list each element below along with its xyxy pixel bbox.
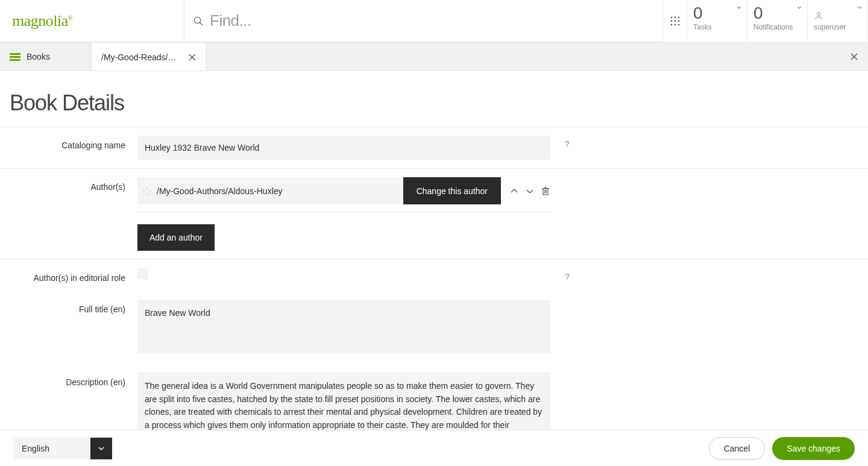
trash-icon[interactable] xyxy=(541,186,550,196)
app-header: magnolia® 0 Tasks 0 Notifications superu… xyxy=(0,0,868,43)
author-path-field[interactable]: /My-Good-Authors/Aldous-Huxley xyxy=(137,177,403,204)
cataloging-name-input[interactable] xyxy=(137,136,550,160)
author-entry: /My-Good-Authors/Aldous-Huxley Change th… xyxy=(137,177,550,204)
cancel-button[interactable]: Cancel xyxy=(709,437,766,460)
close-icon[interactable] xyxy=(188,53,197,61)
help-icon[interactable]: ? xyxy=(550,136,580,160)
svg-line-1 xyxy=(200,22,203,25)
user-label: superuser xyxy=(814,23,861,31)
tab-books[interactable]: Books xyxy=(0,43,92,71)
svg-rect-12 xyxy=(10,53,20,55)
author-actions xyxy=(509,186,550,196)
label-cataloging-name: Cataloging name xyxy=(0,136,137,160)
tab-label: Books xyxy=(27,52,50,61)
tab-detail[interactable]: /My-Good-Reads/Sc... xyxy=(92,43,206,71)
save-button[interactable]: Save changes xyxy=(772,437,855,460)
svg-point-4 xyxy=(678,17,679,19)
svg-point-9 xyxy=(674,24,676,26)
author-path: /My-Good-Authors/Aldous-Huxley xyxy=(157,186,283,196)
svg-rect-19 xyxy=(543,189,548,195)
chevron-down-icon xyxy=(796,5,802,11)
search-cell[interactable] xyxy=(184,0,663,42)
page-title: Book Details xyxy=(0,71,868,127)
move-down-icon[interactable] xyxy=(525,186,535,196)
svg-point-10 xyxy=(678,24,679,26)
notifications-counter[interactable]: 0 Notifications xyxy=(747,0,808,42)
list-icon xyxy=(10,52,20,61)
row-editorial: Author(s) in editorial role ? xyxy=(0,260,868,291)
row-cataloging-name: Cataloging name ? xyxy=(0,127,868,169)
editorial-checkbox[interactable] xyxy=(137,268,148,279)
full-title-input[interactable] xyxy=(137,300,550,353)
search-icon xyxy=(193,16,204,27)
brand-logo: magnolia® xyxy=(12,12,72,30)
add-author-button[interactable]: Add an author xyxy=(137,224,215,251)
chevron-down-icon xyxy=(98,445,105,452)
notifications-label: Notifications xyxy=(753,23,801,31)
close-all-icon[interactable] xyxy=(850,52,858,61)
svg-point-5 xyxy=(670,20,672,22)
change-author-button[interactable]: Change this author xyxy=(403,177,501,204)
footer-bar: English Cancel Save changes xyxy=(0,430,868,466)
tab-label: /My-Good-Reads/Sc... xyxy=(101,52,182,62)
language-select[interactable]: English xyxy=(13,438,112,459)
divider xyxy=(137,212,550,212)
label-editorial: Author(s) in editorial role xyxy=(0,268,137,283)
footer-buttons: Cancel Save changes xyxy=(709,437,855,460)
row-authors: Author(s) /My-Good-Authors/Aldous-Huxley… xyxy=(0,169,868,260)
logo-cell: magnolia® xyxy=(0,0,184,42)
form: Cataloging name ? Author(s) /My-Good-Aut… xyxy=(0,127,868,466)
apps-launcher[interactable] xyxy=(663,0,687,42)
user-icon xyxy=(814,11,823,20)
chevron-down-icon xyxy=(857,5,863,11)
language-label: English xyxy=(13,438,90,459)
language-dropdown-arrow[interactable] xyxy=(90,438,112,459)
svg-rect-13 xyxy=(10,56,20,58)
user-menu[interactable]: superuser xyxy=(808,0,868,42)
svg-point-0 xyxy=(194,17,201,24)
drag-handle-icon[interactable] xyxy=(143,187,151,195)
label-full-title: Full title (en) xyxy=(0,300,137,356)
label-authors: Author(s) xyxy=(0,177,137,251)
search-input[interactable] xyxy=(210,11,451,30)
svg-point-6 xyxy=(674,20,676,22)
tasks-label: Tasks xyxy=(693,23,741,31)
svg-rect-14 xyxy=(10,59,20,61)
move-up-icon[interactable] xyxy=(509,186,519,196)
svg-point-11 xyxy=(817,13,820,16)
svg-point-3 xyxy=(674,17,676,19)
svg-point-2 xyxy=(670,17,672,19)
chevron-down-icon xyxy=(736,5,742,11)
help-icon[interactable]: ? xyxy=(550,268,580,283)
row-full-title: Full title (en) xyxy=(0,291,868,364)
grid-icon xyxy=(670,16,680,26)
notifications-count: 0 xyxy=(753,5,801,22)
tasks-count: 0 xyxy=(693,5,741,22)
svg-point-8 xyxy=(670,24,672,26)
svg-point-7 xyxy=(678,20,679,22)
tabs-bar: Books /My-Good-Reads/Sc... xyxy=(0,43,868,71)
tasks-counter[interactable]: 0 Tasks xyxy=(687,0,747,42)
